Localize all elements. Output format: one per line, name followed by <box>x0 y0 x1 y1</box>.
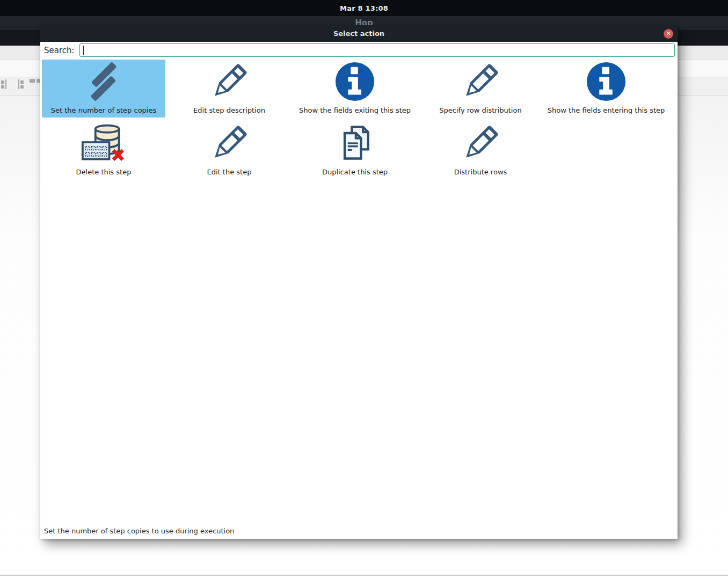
toolbar-fragment <box>18 79 19 89</box>
toolbar-fragment <box>30 79 35 83</box>
pencil-icon <box>458 60 503 104</box>
action-item[interactable]: Set the number of step copies <box>42 60 165 118</box>
screen: Mar 8 13:08 Hop Select action ✕ Search: <box>0 0 728 579</box>
toolbar-fragment <box>20 80 24 84</box>
action-item[interactable]: Show the fields entering this step <box>544 60 668 118</box>
toolbar-fragment <box>1 80 4 84</box>
pencil-icon <box>207 60 252 104</box>
select-action-dialog: Select action ✕ Search: Set the number o… <box>40 25 678 539</box>
step-copies-icon <box>81 60 126 104</box>
action-item[interactable]: Delete this step <box>42 121 165 179</box>
pencil-icon <box>458 121 503 165</box>
action-item[interactable]: Show the fields exiting this step <box>293 60 417 118</box>
action-item[interactable]: Edit step description <box>168 60 291 118</box>
toolbar-fragment <box>1 85 4 89</box>
action-item[interactable]: Distribute rows <box>419 121 542 179</box>
bottom-area <box>0 576 728 579</box>
dialog-title: Select action <box>333 30 384 38</box>
search-row: Search: <box>40 42 678 58</box>
pencil-icon <box>207 121 252 165</box>
close-icon[interactable]: ✕ <box>664 29 673 39</box>
search-label: Search: <box>44 46 75 55</box>
info-icon <box>332 60 377 104</box>
clock: Mar 8 13:08 <box>340 4 388 12</box>
status-text: Set the number of step copies to use dur… <box>44 527 234 535</box>
text-caret <box>83 46 84 55</box>
system-top-bar: Mar 8 13:08 <box>0 0 728 16</box>
action-item[interactable]: Edit the step <box>168 121 291 179</box>
dialog-titlebar: Select action ✕ <box>40 25 678 42</box>
action-item[interactable]: Duplicate this step <box>293 121 417 179</box>
copy-icon <box>332 121 377 165</box>
search-input[interactable] <box>79 43 675 57</box>
search-wrap <box>79 43 675 57</box>
delete-step-icon <box>81 121 126 165</box>
action-item[interactable]: Specify row distribution <box>419 60 542 118</box>
info-icon <box>584 60 629 104</box>
toolbar-fragment <box>5 79 6 89</box>
toolbar-fragment <box>20 85 24 89</box>
actions-grid: Set the number of step copies Edit step … <box>42 60 678 179</box>
